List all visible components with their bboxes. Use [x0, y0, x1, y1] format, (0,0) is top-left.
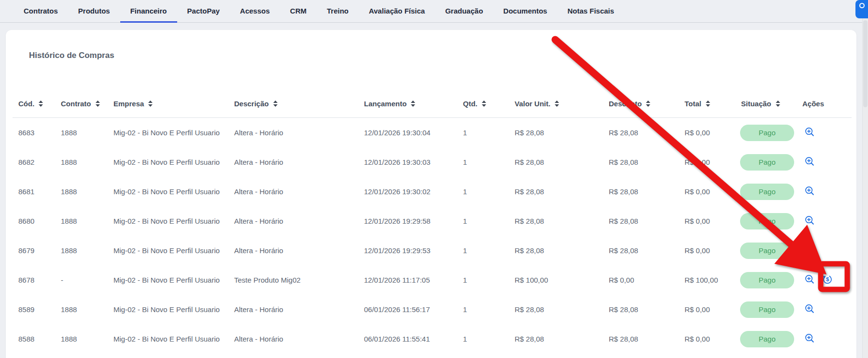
- tab-treino[interactable]: Treino: [317, 0, 359, 23]
- cell-acoes: [797, 333, 852, 345]
- sort-icon[interactable]: [148, 100, 153, 107]
- cell-cod: 8589: [13, 305, 55, 314]
- zoom-in-button[interactable]: [804, 186, 815, 198]
- column-label: Total: [685, 100, 701, 108]
- column-header-cod[interactable]: Cód.: [13, 100, 55, 108]
- sort-icon[interactable]: [96, 100, 100, 107]
- cell-desconto: R$ 28,08: [603, 217, 679, 225]
- column-label: Descrição: [234, 100, 269, 108]
- cell-qtd: 1: [457, 246, 509, 255]
- cell-descricao: Altera - Horário: [228, 187, 358, 196]
- cell-desconto: R$ 28,08: [603, 129, 679, 137]
- column-header-lancamento[interactable]: Lançamento: [358, 100, 457, 108]
- tab-notas-fiscais[interactable]: Notas Fiscais: [557, 0, 624, 23]
- tab-graduacao[interactable]: Graduação: [435, 0, 493, 23]
- tab-crm[interactable]: CRM: [280, 0, 317, 23]
- sort-icon[interactable]: [776, 100, 780, 107]
- sort-icon[interactable]: [706, 100, 710, 107]
- sort-icon[interactable]: [646, 100, 650, 107]
- cell-situacao: Pago: [735, 154, 797, 171]
- tab-acessos[interactable]: Acessos: [230, 0, 280, 23]
- zoom-in-icon: [804, 215, 815, 228]
- status-badge: Pago: [740, 272, 794, 288]
- status-badge: Pago: [740, 154, 794, 171]
- zoom-in-icon: [804, 156, 815, 169]
- zoom-in-button[interactable]: [804, 157, 815, 168]
- status-badge: Pago: [740, 331, 794, 347]
- cell-empresa: Mig-02 - Bi Novo E Perfil Usuario: [108, 217, 228, 225]
- sort-icon[interactable]: [39, 100, 43, 107]
- sort-icon[interactable]: [411, 100, 415, 107]
- scrollbar[interactable]: [862, 0, 868, 358]
- zoom-in-button[interactable]: [804, 333, 815, 345]
- zoom-in-button[interactable]: [804, 127, 815, 139]
- cell-descricao: Altera - Horário: [228, 246, 358, 255]
- cell-total: R$ 100,00: [679, 276, 735, 284]
- sort-icon[interactable]: [555, 100, 559, 107]
- cell-situacao: Pago: [735, 301, 797, 318]
- card-title: Histórico de Compras: [29, 50, 856, 61]
- column-header-desconto[interactable]: Desconto: [603, 100, 679, 108]
- cell-valor_unit: R$ 100,00: [509, 276, 603, 284]
- cell-acoes: [797, 215, 852, 227]
- cell-total: R$ 0,00: [679, 129, 735, 137]
- column-header-contrato[interactable]: Contrato: [55, 100, 108, 108]
- zoom-in-button[interactable]: [804, 274, 815, 286]
- cell-cod: 8682: [13, 158, 55, 166]
- cell-total: R$ 0,00: [679, 217, 735, 225]
- tab-bar: ContratosProdutosFinanceiroPactoPayAcess…: [0, 0, 868, 23]
- cell-valor_unit: R$ 28,08: [509, 305, 603, 314]
- column-header-empresa[interactable]: Empresa: [108, 100, 228, 108]
- cell-lancamento: 12/01/2026 19:29:53: [358, 246, 457, 255]
- table-row: 86831888Mig-02 - Bi Novo E Perfil Usuari…: [13, 118, 852, 147]
- status-badge: Pago: [740, 301, 794, 318]
- cell-total: R$ 0,00: [679, 158, 735, 166]
- column-header-acoes: Ações: [797, 100, 852, 108]
- cell-lancamento: 12/01/2026 11:17:05: [358, 276, 457, 284]
- cell-valor_unit: R$ 28,08: [509, 246, 603, 255]
- cell-cod: 8588: [13, 335, 55, 343]
- cell-total: R$ 0,00: [679, 305, 735, 314]
- table-row: 86821888Mig-02 - Bi Novo E Perfil Usuari…: [13, 147, 852, 177]
- column-header-qtd[interactable]: Qtd.: [457, 100, 509, 108]
- column-label: Ações: [802, 100, 824, 108]
- column-header-descricao[interactable]: Descrição: [228, 100, 358, 108]
- cell-acoes: [797, 186, 852, 198]
- column-header-valor_unit[interactable]: Valor Unit.: [509, 100, 603, 108]
- sort-icon[interactable]: [482, 100, 486, 107]
- table-row: 86801888Mig-02 - Bi Novo E Perfil Usuari…: [13, 206, 852, 236]
- zoom-in-button[interactable]: [804, 245, 815, 257]
- zoom-in-icon: [804, 244, 815, 257]
- table-row: 85891888Mig-02 - Bi Novo E Perfil Usuari…: [13, 295, 852, 324]
- cell-empresa: Mig-02 - Bi Novo E Perfil Usuario: [108, 305, 228, 314]
- column-header-situacao[interactable]: Situação: [735, 100, 797, 108]
- tab-pactopay[interactable]: PactoPay: [177, 0, 230, 23]
- column-label: Lançamento: [364, 100, 406, 108]
- cell-descricao: Teste Produto Mig02: [228, 276, 358, 284]
- tab-avaliacao-fisica[interactable]: Avaliação Física: [359, 0, 435, 23]
- cell-qtd: 1: [457, 305, 509, 314]
- cell-descricao: Altera - Horário: [228, 335, 358, 343]
- cell-qtd: 1: [457, 158, 509, 166]
- cell-empresa: Mig-02 - Bi Novo E Perfil Usuario: [108, 187, 228, 196]
- refund-button[interactable]: $: [822, 274, 833, 286]
- cell-desconto: R$ 28,08: [603, 158, 679, 166]
- floating-corner-button[interactable]: [855, 0, 868, 18]
- zoom-in-button[interactable]: [804, 215, 815, 227]
- cell-descricao: Altera - Horário: [228, 305, 358, 314]
- scrollbar-thumb[interactable]: [863, 20, 868, 107]
- svg-text:$: $: [826, 276, 829, 282]
- cell-situacao: Pago: [735, 184, 797, 200]
- zoom-in-button[interactable]: [804, 304, 815, 315]
- column-header-total[interactable]: Total: [679, 100, 735, 108]
- tab-produtos[interactable]: Produtos: [68, 0, 120, 23]
- table-body: 86831888Mig-02 - Bi Novo E Perfil Usuari…: [13, 118, 852, 354]
- zoom-in-icon: [804, 186, 815, 198]
- tab-contratos[interactable]: Contratos: [14, 0, 68, 23]
- tab-documentos[interactable]: Documentos: [493, 0, 558, 23]
- column-label: Desconto: [609, 100, 642, 108]
- cell-situacao: Pago: [735, 125, 797, 141]
- tab-financeiro[interactable]: Financeiro: [120, 0, 177, 23]
- sort-icon[interactable]: [273, 100, 278, 107]
- zoom-in-icon: [804, 127, 815, 139]
